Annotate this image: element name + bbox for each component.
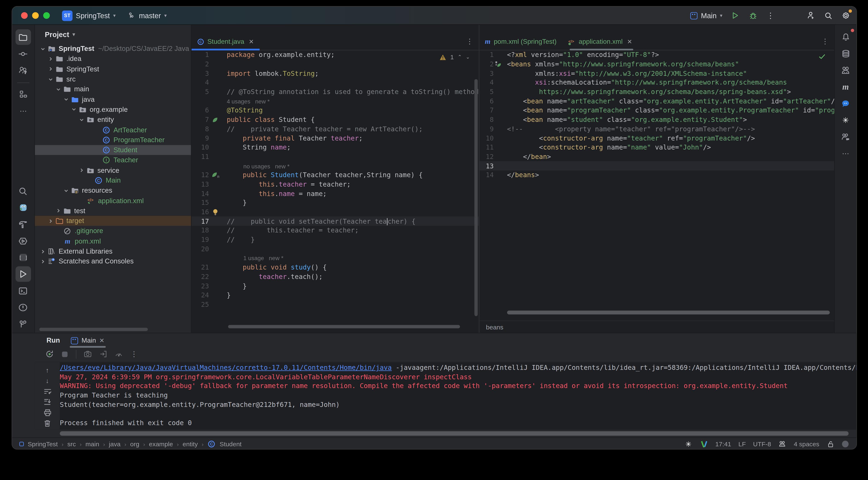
editor-vertical-scrollbar[interactable]	[474, 79, 478, 316]
commit-tool-icon[interactable]	[16, 46, 31, 61]
tree-item-programteacher[interactable]: CProgramTeacher	[35, 135, 191, 145]
more-actions-icon[interactable]: ⋮	[766, 10, 776, 21]
notifications-bell-icon[interactable]	[838, 29, 853, 45]
project-tool-icon[interactable]	[16, 29, 31, 45]
tree-item-service[interactable]: service	[35, 165, 191, 175]
version-control-tool-icon[interactable]	[16, 316, 31, 331]
branch-widget[interactable]: master ▾	[126, 10, 167, 21]
code-with-me-icon[interactable]	[805, 10, 815, 21]
more-tabs-icon[interactable]: ⋮	[466, 37, 473, 45]
leaf-gutter-icon[interactable]	[209, 117, 221, 123]
up-stacktrace-icon[interactable]: ↑	[43, 366, 52, 374]
breadcrumb-item-entity[interactable]: entity	[183, 441, 198, 447]
snapshot-camera-icon[interactable]	[83, 350, 92, 358]
tab-pom-xml[interactable]: m pom.xml (SpringTest)	[479, 33, 562, 50]
pull-requests-tool-icon[interactable]: ?	[16, 63, 31, 78]
tree-item-src[interactable]: src	[35, 74, 191, 84]
code-editor-application-xml[interactable]: 1<?xml version="1.0" encoding="UTF-8"?>2…	[479, 51, 834, 180]
more-tools-icon[interactable]: ⋯	[16, 103, 31, 119]
tree-item-java[interactable]: java	[35, 94, 191, 104]
settings-gear-icon[interactable]	[841, 10, 851, 21]
minimize-button[interactable]	[32, 12, 39, 19]
chevron-down-icon[interactable]: ▾	[72, 32, 75, 37]
debug-button[interactable]	[748, 10, 758, 21]
tree-item-pom-xml[interactable]: mpom.xml	[35, 236, 191, 246]
tab-student-java[interactable]: C Student.java ✕	[191, 33, 259, 50]
xml-breadcrumb[interactable]: beans	[486, 324, 503, 330]
openai-status-icon[interactable]: ✳	[684, 440, 693, 448]
inspection-widget[interactable]: 1 ⌃ ⌄	[440, 54, 470, 60]
soft-wrap-icon[interactable]	[43, 388, 52, 395]
bulb-gutter-icon[interactable]	[209, 209, 221, 216]
editor-horizontal-scrollbar[interactable]	[228, 325, 460, 328]
project-widget[interactable]: ST SpringTest ▾	[62, 10, 116, 21]
console-file-link[interactable]: /Users/eve/Library/Java/JavaVirtualMachi…	[60, 364, 392, 372]
tree-item-main[interactable]: main	[35, 84, 191, 94]
file-encoding[interactable]: UTF-8	[753, 441, 771, 447]
chat-bubble-icon[interactable]	[838, 96, 853, 111]
tree-item-teacher[interactable]: ITeacher	[35, 155, 191, 165]
zoom-button[interactable]	[43, 12, 50, 19]
profiler-gauge-icon[interactable]	[114, 350, 123, 358]
leafx-gutter-icon[interactable]	[494, 61, 502, 68]
project-horizontal-scrollbar[interactable]	[39, 328, 148, 331]
close-icon[interactable]: ✕	[627, 38, 632, 45]
attach-debugger-icon[interactable]	[98, 350, 107, 358]
tree-item-entity[interactable]: entity	[35, 115, 191, 125]
tree-item--gitignore[interactable]: .gitignore	[35, 226, 191, 236]
ai-assistant-robot-icon[interactable]	[838, 63, 853, 78]
editor-horizontal-scrollbar[interactable]	[507, 311, 830, 315]
close-icon[interactable]: ✕	[99, 337, 104, 344]
down-stacktrace-icon[interactable]: ↓	[43, 377, 52, 385]
prev-problem-icon[interactable]: ⌃	[458, 54, 462, 60]
run-tab-main[interactable]: Main ✕	[68, 333, 108, 348]
code-editor-student-java[interactable]: 1package org.example.entity;23import lom…	[191, 51, 478, 309]
breadcrumb-item-example[interactable]: example	[149, 441, 173, 447]
tree-item-artteacher[interactable]: CArtTeacher	[35, 125, 191, 135]
leafm-gutter-icon[interactable]: m	[209, 172, 221, 179]
copilot-chat-icon[interactable]	[838, 129, 853, 145]
close-button[interactable]	[21, 12, 28, 19]
search-tool-icon[interactable]	[16, 183, 31, 199]
caret-position[interactable]: 17:41	[715, 441, 731, 447]
tree-item-main[interactable]: CMain	[35, 175, 191, 186]
unlock-icon[interactable]	[827, 440, 835, 448]
search-everywhere-icon[interactable]	[823, 10, 833, 21]
memory-indicator[interactable]	[842, 441, 849, 447]
services-tool-icon[interactable]	[16, 233, 31, 249]
tree-item-student[interactable]: CStudent	[35, 145, 191, 155]
indent-config[interactable]: 4 spaces	[794, 441, 819, 447]
close-icon[interactable]: ✕	[249, 38, 254, 45]
more-tabs-icon[interactable]: ⋮	[822, 37, 829, 45]
maven-tool-icon[interactable]: m	[838, 79, 853, 95]
ai-plugin-mascot-icon[interactable]	[16, 200, 31, 215]
more-tools-icon[interactable]: ⋯	[838, 146, 853, 161]
line-separator[interactable]: LF	[738, 441, 746, 447]
tree-item-springtest[interactable]: SpringTest~/Desktop/CS/JavaEE/2 Java Spr…	[35, 44, 191, 54]
rerun-button[interactable]	[45, 350, 54, 358]
build-tool-icon[interactable]	[16, 217, 31, 232]
tree-item-resources[interactable]: resources	[35, 186, 191, 196]
tree-item-test[interactable]: test	[35, 206, 191, 216]
breadcrumb-item-student[interactable]: Student	[219, 441, 242, 447]
breadcrumb-item-main[interactable]: main	[86, 441, 99, 447]
next-problem-icon[interactable]: ⌄	[466, 54, 470, 60]
breadcrumb-item-src[interactable]: src	[67, 441, 76, 447]
clear-console-trash-icon[interactable]	[43, 419, 52, 427]
v-plugin-icon[interactable]	[700, 440, 708, 448]
copilot-status-icon[interactable]	[778, 440, 787, 448]
problems-tool-icon[interactable]	[16, 299, 31, 315]
notebook-tool-icon[interactable]: [ ]	[16, 250, 31, 265]
inspection-widget-ok[interactable]	[819, 54, 826, 59]
tree-item-springtest[interactable]: SpringTest	[35, 64, 191, 74]
tab-application-xml[interactable]: </> application.xml ✕	[562, 33, 638, 50]
tree-item-external-libraries[interactable]: External Libraries	[35, 246, 191, 256]
breadcrumb-item-org[interactable]: org	[130, 441, 139, 447]
print-icon[interactable]	[43, 409, 52, 416]
breadcrumb-item-springtest[interactable]: SpringTest	[28, 441, 58, 447]
scroll-to-end-icon[interactable]	[43, 398, 52, 406]
stop-button[interactable]	[60, 350, 69, 358]
run-button[interactable]	[730, 10, 740, 21]
tree-item-target[interactable]: target	[35, 216, 191, 226]
breadcrumb-item-java[interactable]: java	[109, 441, 121, 447]
